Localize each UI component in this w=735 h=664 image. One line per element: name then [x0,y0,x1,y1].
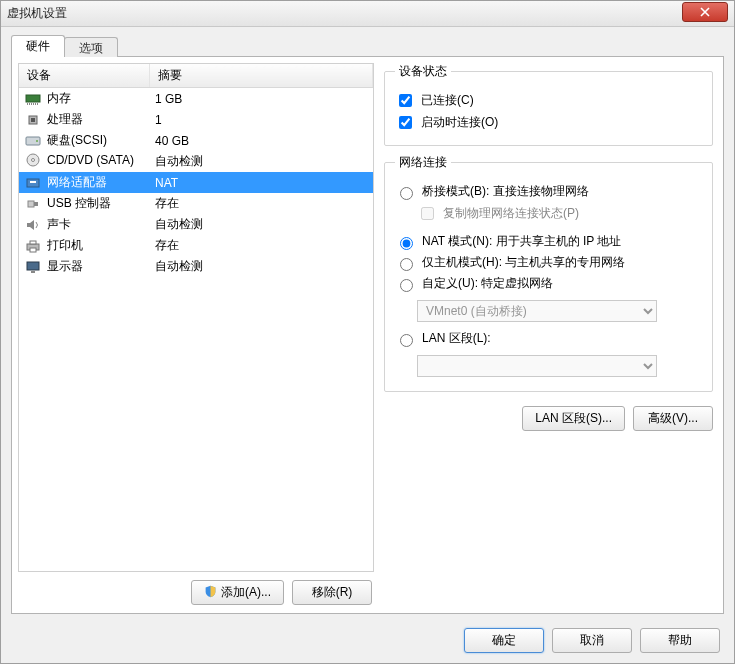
nat-label: NAT 模式(N): 用于共享主机的 IP 地址 [422,233,621,250]
col-summary[interactable]: 摘要 [149,64,373,88]
table-row[interactable]: 内存1 GB [19,88,373,110]
summary-cell: 自动检测 [149,214,373,235]
right-panel: 设备状态 已连接(C) 启动时连接(O) 网络连接 桥接模式(B): 直接连接物 [374,63,717,607]
svg-point-12 [32,159,35,162]
sound-icon [25,218,41,232]
svg-rect-19 [30,248,36,252]
table-row[interactable]: CD/DVD (SATA)自动检测 [19,151,373,172]
svg-rect-0 [26,95,40,102]
connect-at-poweron-checkbox[interactable] [399,116,412,129]
device-cell: 处理器 [19,109,149,130]
vm-settings-window: 虚拟机设置 硬件 选项 设备 摘要 [0,0,735,664]
device-label: 打印机 [47,237,83,254]
custom-vnet-combo: VMnet0 (自动桥接) [417,300,657,322]
device-cell: 打印机 [19,235,149,256]
device-cell: USB 控制器 [19,193,149,214]
right-buttons: LAN 区段(S)... 高级(V)... [384,406,713,431]
tab-hardware[interactable]: 硬件 [11,35,65,57]
connected-row[interactable]: 已连接(C) [395,91,702,110]
connect-at-poweron-row[interactable]: 启动时连接(O) [395,113,702,132]
connect-at-poweron-label: 启动时连接(O) [421,114,498,131]
hostonly-row[interactable]: 仅主机模式(H): 与主机共享的专用网络 [395,254,702,271]
device-label: 声卡 [47,216,71,233]
summary-cell: 1 [149,109,373,130]
disk-icon [25,134,41,148]
device-cell: 显示器 [19,256,149,277]
lan-segment-combo [417,355,657,377]
custom-row[interactable]: 自定义(U): 特定虚拟网络 [395,275,702,292]
cancel-button[interactable]: 取消 [552,628,632,653]
svg-point-10 [36,140,38,142]
tab-body: 设备 摘要 内存1 GB处理器1硬盘(SCSI)40 GBCD/DVD (SAT… [11,56,724,614]
left-panel: 设备 摘要 内存1 GB处理器1硬盘(SCSI)40 GBCD/DVD (SAT… [18,63,374,607]
summary-cell: 存在 [149,193,373,214]
device-label: CD/DVD (SATA) [47,153,134,167]
summary-cell: 存在 [149,235,373,256]
device-label: 硬盘(SCSI) [47,132,107,149]
col-device[interactable]: 设备 [19,64,149,88]
dialog-footer: 确定 取消 帮助 [1,620,734,663]
svg-rect-15 [28,201,34,207]
device-label: USB 控制器 [47,195,111,212]
svg-rect-21 [31,271,35,273]
device-label: 处理器 [47,111,83,128]
svg-rect-5 [35,103,36,105]
custom-radio[interactable] [400,279,413,292]
svg-rect-1 [27,103,28,105]
device-state-legend: 设备状态 [395,63,451,80]
lan-segments-button[interactable]: LAN 区段(S)... [522,406,625,431]
window-title: 虚拟机设置 [7,5,682,22]
device-label: 内存 [47,90,71,107]
device-cell: 网络适配器 [19,172,149,193]
remove-button[interactable]: 移除(R) [292,580,372,605]
svg-rect-3 [31,103,32,105]
cpu-icon [25,113,41,127]
advanced-button[interactable]: 高级(V)... [633,406,713,431]
device-cell: 硬盘(SCSI) [19,130,149,151]
cd-icon [25,153,41,167]
add-button[interactable]: 添加(A)... [191,580,284,605]
nic-icon [25,176,41,190]
table-row[interactable]: 显示器自动检测 [19,256,373,277]
device-table-wrap: 设备 摘要 内存1 GB处理器1硬盘(SCSI)40 GBCD/DVD (SAT… [18,63,374,572]
lan-segment-label: LAN 区段(L): [422,330,491,347]
connected-checkbox[interactable] [399,94,412,107]
svg-rect-20 [27,262,39,270]
bridged-row[interactable]: 桥接模式(B): 直接连接物理网络 [395,183,702,200]
content-area: 硬件 选项 设备 摘要 内存1 GB处理器1硬盘(SCSI)40 GBCD/DV… [1,27,734,620]
table-row[interactable]: 硬盘(SCSI)40 GB [19,130,373,151]
bridged-radio[interactable] [400,187,413,200]
close-button[interactable] [682,2,728,22]
nat-row[interactable]: NAT 模式(N): 用于共享主机的 IP 地址 [395,233,702,250]
summary-cell: 40 GB [149,130,373,151]
nat-radio[interactable] [400,237,413,250]
usb-icon [25,197,41,211]
hostonly-radio[interactable] [400,258,413,271]
lan-segment-radio[interactable] [400,334,413,347]
device-table: 设备 摘要 内存1 GB处理器1硬盘(SCSI)40 GBCD/DVD (SAT… [19,64,373,277]
summary-cell: 自动检测 [149,151,373,172]
table-row[interactable]: 打印机存在 [19,235,373,256]
table-row[interactable]: 处理器1 [19,109,373,130]
table-row[interactable]: 声卡自动检测 [19,214,373,235]
help-button[interactable]: 帮助 [640,628,720,653]
svg-rect-14 [30,181,36,183]
ok-button[interactable]: 确定 [464,628,544,653]
device-cell: 内存 [19,88,149,109]
titlebar: 虚拟机设置 [1,1,734,27]
device-label: 网络适配器 [47,174,107,191]
hostonly-label: 仅主机模式(H): 与主机共享的专用网络 [422,254,625,271]
table-row[interactable]: USB 控制器存在 [19,193,373,214]
replicate-row: 复制物理网络连接状态(P) [417,204,702,223]
svg-rect-2 [29,103,30,105]
tab-options[interactable]: 选项 [64,37,118,57]
svg-rect-4 [33,103,34,105]
lan-segment-row[interactable]: LAN 区段(L): [395,330,702,347]
printer-icon [25,239,41,253]
svg-rect-18 [30,241,36,244]
device-cell: CD/DVD (SATA) [19,151,149,169]
svg-rect-8 [31,118,35,122]
device-cell: 声卡 [19,214,149,235]
table-row[interactable]: 网络适配器NAT [19,172,373,193]
svg-rect-16 [34,202,38,206]
